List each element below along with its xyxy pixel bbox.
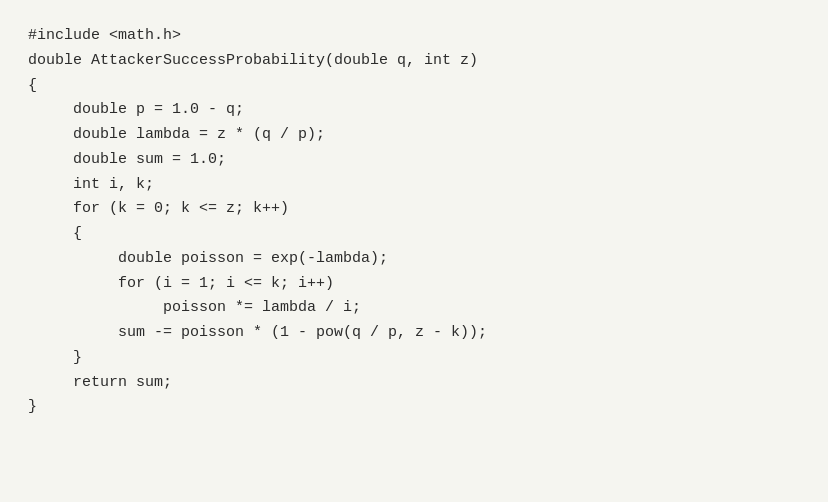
code-line-9: { <box>28 222 800 247</box>
code-line-11: for (i = 1; i <= k; i++) <box>28 272 800 297</box>
code-line-1: #include <math.h> <box>28 24 800 49</box>
code-line-8: for (k = 0; k <= z; k++) <box>28 197 800 222</box>
code-line-6: double sum = 1.0; <box>28 148 800 173</box>
code-line-5: double lambda = z * (q / p); <box>28 123 800 148</box>
code-line-16: } <box>28 395 800 420</box>
code-line-4: double p = 1.0 - q; <box>28 98 800 123</box>
code-line-3: { <box>28 74 800 99</box>
code-line-14: } <box>28 346 800 371</box>
code-container: #include <math.h>double AttackerSuccessP… <box>0 0 828 502</box>
code-line-2: double AttackerSuccessProbability(double… <box>28 49 800 74</box>
code-line-15: return sum; <box>28 371 800 396</box>
code-block: #include <math.h>double AttackerSuccessP… <box>28 24 800 420</box>
code-line-12: poisson *= lambda / i; <box>28 296 800 321</box>
code-line-10: double poisson = exp(-lambda); <box>28 247 800 272</box>
code-line-13: sum -= poisson * (1 - pow(q / p, z - k))… <box>28 321 800 346</box>
code-line-7: int i, k; <box>28 173 800 198</box>
